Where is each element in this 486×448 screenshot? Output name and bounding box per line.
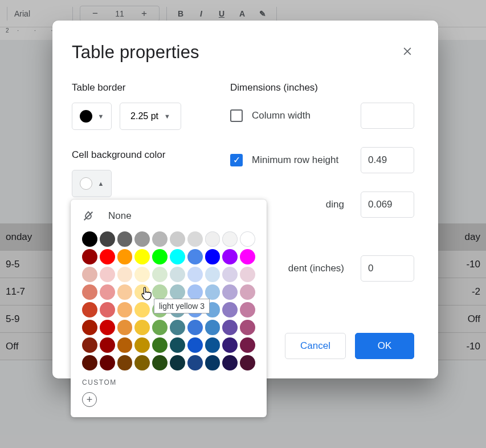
color-swatch[interactable] xyxy=(100,320,115,335)
color-swatch[interactable] xyxy=(82,337,97,353)
color-swatch[interactable] xyxy=(205,355,220,370)
color-swatch[interactable] xyxy=(134,337,150,353)
color-swatch[interactable] xyxy=(205,320,220,335)
color-swatch[interactable] xyxy=(152,320,168,335)
cell-padding-input[interactable] xyxy=(361,192,414,218)
color-swatch[interactable] xyxy=(222,355,238,370)
color-swatch[interactable] xyxy=(205,231,220,247)
color-swatch[interactable] xyxy=(134,302,150,317)
color-swatch[interactable] xyxy=(134,231,150,247)
color-swatch[interactable] xyxy=(205,267,220,282)
color-swatch[interactable] xyxy=(100,302,115,317)
color-swatch[interactable] xyxy=(240,231,255,247)
color-swatch[interactable] xyxy=(152,231,168,247)
color-swatch[interactable] xyxy=(117,249,133,264)
color-swatch[interactable] xyxy=(117,320,133,335)
chevron-down-icon: ▼ xyxy=(98,113,104,120)
color-swatch[interactable] xyxy=(82,284,97,300)
color-swatch[interactable] xyxy=(170,320,185,335)
color-swatch[interactable] xyxy=(134,267,150,282)
color-swatch[interactable] xyxy=(100,337,115,353)
color-swatch[interactable] xyxy=(240,337,255,353)
color-swatch[interactable] xyxy=(170,267,185,282)
color-swatch[interactable] xyxy=(82,355,97,370)
close-icon xyxy=(402,46,413,57)
color-swatch[interactable] xyxy=(100,284,115,300)
color-swatch[interactable] xyxy=(82,249,97,264)
border-width-value: 2.25 pt xyxy=(130,111,158,121)
color-swatch[interactable] xyxy=(152,284,168,300)
color-swatch[interactable] xyxy=(170,249,185,264)
color-swatch[interactable] xyxy=(240,249,255,264)
color-swatch[interactable] xyxy=(240,267,255,282)
color-tooltip: light yellow 3 xyxy=(154,299,210,313)
color-swatch[interactable] xyxy=(187,231,203,247)
border-width-dropdown[interactable]: 2.25 pt ▼ xyxy=(120,103,181,130)
close-button[interactable] xyxy=(399,43,415,59)
color-swatch[interactable] xyxy=(152,337,168,353)
min-row-height-checkbox[interactable]: ✓ xyxy=(230,154,243,166)
color-swatch[interactable] xyxy=(240,302,255,317)
color-swatch[interactable] xyxy=(187,267,203,282)
color-swatch[interactable] xyxy=(170,231,185,247)
color-swatch[interactable] xyxy=(222,320,238,335)
color-swatch[interactable] xyxy=(82,267,97,282)
column-width-checkbox[interactable] xyxy=(230,109,243,122)
ok-button[interactable]: OK xyxy=(355,333,414,359)
min-row-height-input[interactable] xyxy=(361,147,414,173)
color-swatch[interactable] xyxy=(117,231,133,247)
chevron-down-icon: ▼ xyxy=(164,113,170,120)
color-none-option[interactable]: None xyxy=(82,210,255,222)
color-swatch[interactable] xyxy=(152,267,168,282)
color-swatch[interactable] xyxy=(117,355,133,370)
color-swatch[interactable] xyxy=(117,337,133,353)
color-swatch[interactable] xyxy=(205,249,220,264)
color-swatch[interactable] xyxy=(100,231,115,247)
cancel-button[interactable]: Cancel xyxy=(285,333,346,359)
color-swatch[interactable] xyxy=(222,249,238,264)
color-swatch[interactable] xyxy=(117,267,133,282)
color-swatch[interactable] xyxy=(100,355,115,370)
min-row-height-label: Minimum row height xyxy=(252,154,352,166)
chevron-up-icon: ▲ xyxy=(98,180,104,187)
color-swatch[interactable] xyxy=(134,355,150,370)
color-swatch[interactable] xyxy=(222,302,238,317)
table-border-label: Table border xyxy=(72,82,230,93)
cursor-pointer-icon xyxy=(140,286,153,304)
column-width-input[interactable] xyxy=(361,103,414,129)
cell-bg-label: Cell background color xyxy=(72,149,230,161)
add-custom-color-button[interactable]: + xyxy=(82,392,97,407)
color-swatch[interactable] xyxy=(170,284,185,300)
color-swatch[interactable] xyxy=(82,231,97,247)
color-swatch[interactable] xyxy=(134,249,150,264)
color-swatch[interactable] xyxy=(240,355,255,370)
color-swatch[interactable] xyxy=(170,355,185,370)
color-swatch[interactable] xyxy=(117,302,133,317)
color-swatch[interactable] xyxy=(134,320,150,335)
indent-input[interactable] xyxy=(361,255,414,282)
color-swatch[interactable] xyxy=(222,267,238,282)
color-swatch[interactable] xyxy=(222,337,238,353)
color-swatch[interactable] xyxy=(240,284,255,300)
color-swatch[interactable] xyxy=(187,355,203,370)
color-swatch[interactable] xyxy=(152,355,168,370)
plus-icon: + xyxy=(87,394,93,406)
border-color-dropdown[interactable]: ▼ xyxy=(72,103,112,130)
color-swatch[interactable] xyxy=(152,249,168,264)
color-swatch[interactable] xyxy=(222,231,238,247)
color-swatch[interactable] xyxy=(100,249,115,264)
color-swatch[interactable] xyxy=(222,284,238,300)
color-swatch[interactable] xyxy=(100,267,115,282)
color-swatch[interactable] xyxy=(82,320,97,335)
color-swatch[interactable] xyxy=(205,337,220,353)
color-swatch[interactable] xyxy=(205,284,220,300)
color-swatch[interactable] xyxy=(117,284,133,300)
color-swatch[interactable] xyxy=(82,302,97,317)
color-swatch[interactable] xyxy=(187,320,203,335)
color-swatch[interactable] xyxy=(187,249,203,264)
color-swatch[interactable] xyxy=(170,337,185,353)
cell-bg-dropdown[interactable]: ▲ xyxy=(72,170,112,197)
color-swatch[interactable] xyxy=(187,284,203,300)
color-swatch[interactable] xyxy=(187,337,203,353)
color-swatch[interactable] xyxy=(240,320,255,335)
